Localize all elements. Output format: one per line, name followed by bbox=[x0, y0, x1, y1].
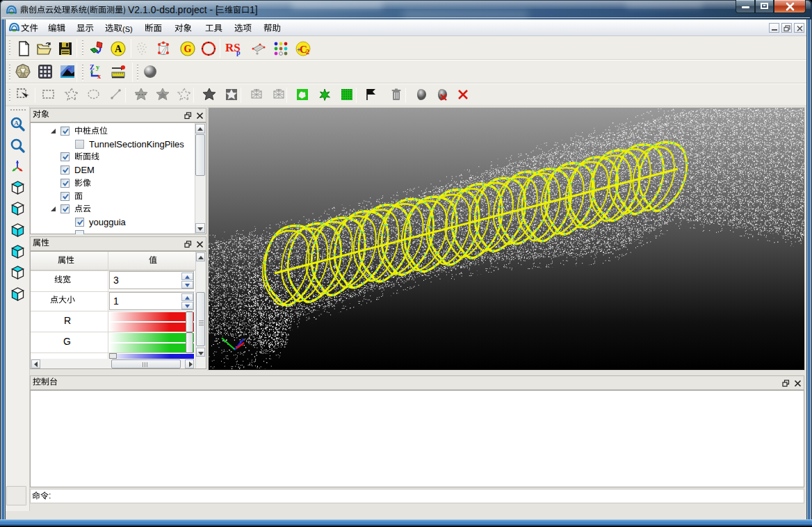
svg-text:x: x bbox=[97, 72, 101, 80]
svg-text:A: A bbox=[115, 44, 122, 54]
svg-text:Z: Z bbox=[90, 63, 95, 71]
svg-text:p: p bbox=[236, 49, 241, 56]
svg-text:G: G bbox=[184, 44, 192, 54]
svg-text:y: y bbox=[96, 63, 99, 71]
svg-text:2: 2 bbox=[306, 48, 309, 56]
svg-text:A: A bbox=[14, 120, 19, 127]
svg-text:e²: e² bbox=[67, 66, 72, 72]
